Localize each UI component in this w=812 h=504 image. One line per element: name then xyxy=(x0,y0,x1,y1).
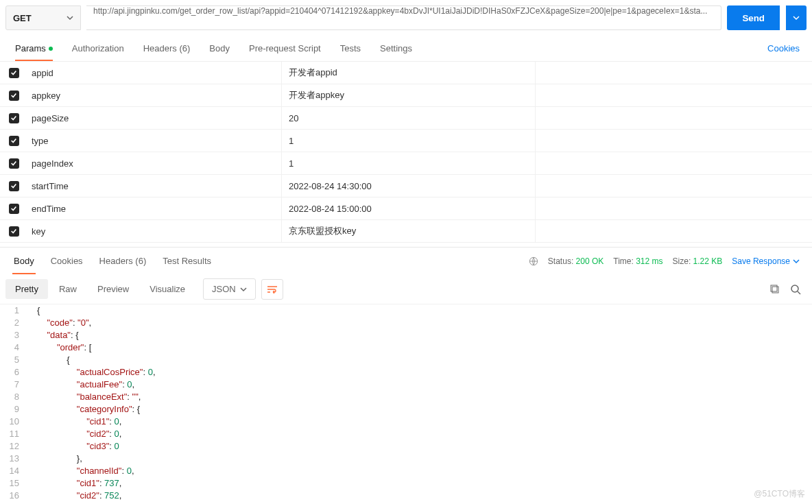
param-enable-cell xyxy=(0,68,27,78)
svg-point-3 xyxy=(791,285,798,292)
param-row[interactable]: pageSize20 xyxy=(0,107,812,130)
svg-rect-2 xyxy=(771,285,777,291)
method-label: GET xyxy=(13,13,32,23)
chevron-down-icon xyxy=(240,286,247,293)
tab-prerequest[interactable]: Pre-request Script xyxy=(239,36,331,61)
request-url-bar: GET http://api.jingpinku.com/get_order_r… xyxy=(0,0,812,36)
param-enable-cell xyxy=(0,181,27,191)
size-text: Size: 1.22 KB xyxy=(673,256,723,266)
param-row[interactable]: pageIndex1 xyxy=(0,152,812,175)
chevron-down-icon xyxy=(67,14,73,21)
param-key[interactable]: appkey xyxy=(27,91,281,101)
tab-headers[interactable]: Headers (6) xyxy=(134,36,200,61)
param-value[interactable]: 开发者appkey xyxy=(281,84,535,106)
tab-tests[interactable]: Tests xyxy=(331,36,370,61)
chevron-down-icon xyxy=(793,258,800,265)
response-view-bar: Pretty Raw Preview Visualize JSON xyxy=(0,274,812,304)
tab-label: Params xyxy=(15,43,46,53)
globe-icon xyxy=(529,256,538,266)
param-key[interactable]: type xyxy=(27,136,281,146)
response-body[interactable]: 1234567891011121314151617 { "code": "0",… xyxy=(0,304,812,504)
param-value[interactable]: 开发者appid xyxy=(281,62,535,84)
save-response-button[interactable]: Save Response xyxy=(732,256,800,266)
param-row[interactable]: appid开发者appid xyxy=(0,62,812,84)
checkbox[interactable] xyxy=(9,136,19,146)
response-meta: Status: 200 OK Time: 312 ms Size: 1.22 K… xyxy=(529,256,807,266)
view-raw[interactable]: Raw xyxy=(49,279,86,299)
view-preview[interactable]: Preview xyxy=(88,279,139,299)
param-enable-cell xyxy=(0,136,27,146)
checkbox[interactable] xyxy=(9,226,19,237)
param-description[interactable] xyxy=(535,152,812,174)
param-key[interactable]: key xyxy=(27,226,281,237)
time-text: Time: 312 ms xyxy=(613,256,662,266)
param-key[interactable]: pageIndex xyxy=(27,158,281,169)
checkbox[interactable] xyxy=(9,181,19,191)
param-key[interactable]: pageSize xyxy=(27,113,281,123)
view-visualize[interactable]: Visualize xyxy=(140,279,195,299)
resp-tab-body[interactable]: Body xyxy=(5,248,43,274)
tab-params[interactable]: Params xyxy=(5,36,62,61)
send-dropdown-button[interactable] xyxy=(786,5,807,30)
wrap-lines-button[interactable] xyxy=(261,279,283,300)
chevron-down-icon xyxy=(793,14,800,21)
search-icon[interactable] xyxy=(790,284,801,295)
watermark: @51CTO博客 xyxy=(754,488,805,500)
resp-tab-testresults[interactable]: Test Results xyxy=(154,248,219,274)
status-text: Status: 200 OK xyxy=(548,256,604,266)
checkbox[interactable] xyxy=(9,204,19,214)
param-description[interactable] xyxy=(535,130,812,152)
param-enable-cell xyxy=(0,226,27,237)
param-enable-cell xyxy=(0,158,27,169)
copy-icon[interactable] xyxy=(769,284,780,295)
request-tabs: Params Authorization Headers (6) Body Pr… xyxy=(0,36,812,62)
checkbox[interactable] xyxy=(9,91,19,101)
resp-tab-headers[interactable]: Headers (6) xyxy=(91,248,155,274)
param-enable-cell xyxy=(0,91,27,101)
checkbox[interactable] xyxy=(9,158,19,169)
param-description[interactable] xyxy=(535,62,812,84)
send-button[interactable]: Send xyxy=(727,5,780,30)
resp-tab-cookies[interactable]: Cookies xyxy=(43,248,91,274)
checkbox[interactable] xyxy=(9,68,19,78)
param-value[interactable]: 1 xyxy=(281,152,535,174)
tab-authorization[interactable]: Authorization xyxy=(62,36,134,61)
param-row[interactable]: key京东联盟授权key xyxy=(0,220,812,243)
param-row[interactable]: type1 xyxy=(0,130,812,152)
http-method-select[interactable]: GET xyxy=(5,5,81,30)
view-right xyxy=(769,284,807,295)
params-table: appid开发者appidappkey开发者appkeypageSize20ty… xyxy=(0,62,812,243)
param-enable-cell xyxy=(0,113,27,123)
param-description[interactable] xyxy=(535,175,812,197)
param-row[interactable]: endTime2022-08-24 15:00:00 xyxy=(0,197,812,220)
format-label: JSON xyxy=(212,284,236,294)
checkbox[interactable] xyxy=(9,113,19,123)
active-dot-icon xyxy=(49,47,53,51)
param-row[interactable]: appkey开发者appkey xyxy=(0,84,812,107)
param-enable-cell xyxy=(0,204,27,214)
format-select[interactable]: JSON xyxy=(203,278,256,300)
param-description[interactable] xyxy=(535,220,812,242)
url-input[interactable]: http://api.jingpinku.com/get_order_row_l… xyxy=(86,5,721,30)
param-value[interactable]: 20 xyxy=(281,107,535,129)
json-code: { "code": "0", "data": { "order": [ { "a… xyxy=(27,304,156,504)
response-tabs: Body Cookies Headers (6) Test Results St… xyxy=(0,247,812,274)
param-key[interactable]: appid xyxy=(27,68,281,78)
param-value[interactable]: 京东联盟授权key xyxy=(281,220,535,242)
tab-body[interactable]: Body xyxy=(200,36,239,61)
param-value[interactable]: 2022-08-24 15:00:00 xyxy=(281,197,535,219)
cookies-link[interactable]: Cookies xyxy=(767,43,807,53)
param-description[interactable] xyxy=(535,197,812,219)
param-key[interactable]: startTime xyxy=(27,181,281,191)
line-numbers: 1234567891011121314151617 xyxy=(0,304,27,504)
param-description[interactable] xyxy=(535,107,812,129)
param-value[interactable]: 2022-08-24 14:30:00 xyxy=(281,175,535,197)
wrap-icon xyxy=(267,285,278,293)
param-row[interactable]: startTime2022-08-24 14:30:00 xyxy=(0,175,812,197)
svg-rect-1 xyxy=(772,287,778,293)
view-pretty[interactable]: Pretty xyxy=(5,279,48,299)
param-value[interactable]: 1 xyxy=(281,130,535,152)
param-key[interactable]: endTime xyxy=(27,204,281,214)
tab-settings[interactable]: Settings xyxy=(370,36,422,61)
param-description[interactable] xyxy=(535,84,812,106)
